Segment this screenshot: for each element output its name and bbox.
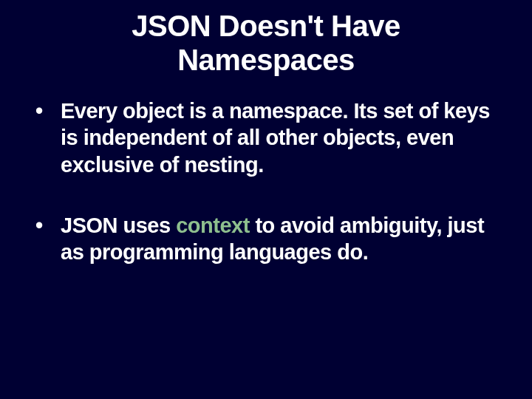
bullet-list: Every object is a namespace. Its set of …: [27, 98, 505, 265]
bullet-text: Every object is a namespace. Its set of …: [61, 99, 490, 177]
bullet-highlight: context: [176, 214, 250, 237]
bullet-item: JSON uses context to avoid ambiguity, ju…: [35, 212, 505, 266]
slide-title: JSON Doesn't Have Namespaces: [27, 9, 505, 77]
bullet-item: Every object is a namespace. Its set of …: [35, 98, 505, 178]
bullet-text-pre: JSON uses: [61, 214, 176, 237]
